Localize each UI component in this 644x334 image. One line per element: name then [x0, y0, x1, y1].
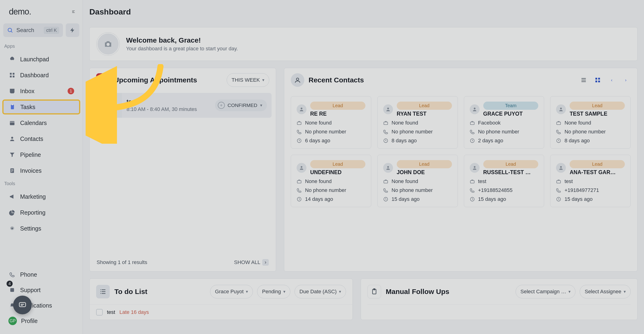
svg-rect-17 [598, 78, 600, 80]
contact-avatar [470, 104, 480, 114]
svg-point-35 [387, 166, 389, 168]
sidebar: demo. Search ctrl K Apps Launchpad Dashb… [0, 0, 83, 334]
briefcase-icon [556, 179, 561, 184]
sidebar-item-label: Tasks [20, 104, 35, 111]
megaphone-icon [8, 193, 16, 200]
sidebar-item-contacts[interactable]: Contacts [3, 131, 79, 146]
svg-point-38 [474, 166, 475, 168]
contact-tag: Team [483, 102, 538, 110]
contact-card[interactable]: Lead RYAN TEST None found No phone numbe… [377, 96, 458, 149]
profile-photo-placeholder[interactable] [96, 33, 120, 56]
contact-company: None found [383, 178, 452, 184]
todo-user-filter[interactable]: Grace Puyot▾ [210, 285, 253, 298]
todo-status-filter[interactable]: Pending▾ [257, 285, 290, 298]
results-count: Showing 1 of 1 results [96, 259, 147, 265]
svg-point-32 [300, 166, 302, 168]
appointments-footer: Showing 1 of 1 results SHOW ALL › [90, 253, 276, 271]
appointments-range-filter[interactable]: THIS WEEK ▾ [227, 73, 269, 87]
chevron-down-icon: ▾ [246, 289, 248, 294]
manual-campaign-filter[interactable]: Select Campaign …▾ [516, 285, 576, 298]
appointment-title: test [126, 98, 210, 105]
svg-rect-3 [10, 76, 12, 78]
view-grid-button[interactable] [593, 75, 602, 85]
sidebar-item-settings[interactable]: Settings [3, 221, 79, 236]
clock-icon [296, 197, 302, 202]
briefcase-icon [383, 179, 388, 184]
sidebar-item-support[interactable]: 4 Support [3, 282, 79, 297]
show-all-button[interactable]: SHOW ALL › [234, 259, 269, 266]
contact-card[interactable]: Lead RE RE None found No phone number 6 … [291, 96, 371, 149]
sidebar-item-inbox[interactable]: Inbox 1 [3, 84, 79, 99]
sidebar-item-tasks[interactable]: Tasks [2, 100, 80, 114]
contact-age: 6 days ago [296, 138, 366, 144]
section-label-apps: Apps [0, 41, 82, 51]
contact-name: UNDEFINED [310, 169, 366, 176]
welcome-text: Welcome back, Grace! Your dashboard is a… [126, 36, 238, 52]
show-all-label: SHOW ALL [234, 259, 260, 265]
contact-phone: No phone number [296, 187, 366, 193]
appointment-day: 17 [103, 103, 113, 113]
contact-tag: Lead [397, 160, 452, 168]
document-icon [8, 167, 16, 174]
svg-rect-2 [13, 73, 14, 75]
user-icon [472, 165, 477, 170]
manual-assignee-filter[interactable]: Select Assignee▾ [580, 285, 631, 298]
clock-icon [470, 197, 475, 202]
sidebar-item-pipeline[interactable]: Pipeline [3, 147, 79, 162]
sidebar-item-launchpad[interactable]: Launchpad [3, 52, 79, 67]
contact-tag: Lead [570, 160, 625, 168]
sidebar-item-dashboard[interactable]: Dashboard [3, 68, 79, 83]
contact-company: Facebook [470, 120, 538, 126]
chevron-down-icon: ▾ [262, 78, 264, 83]
contact-avatar [383, 104, 393, 114]
svg-point-15 [296, 78, 299, 80]
svg-rect-19 [598, 81, 600, 82]
search-input[interactable]: Search ctrl K [3, 24, 63, 37]
chat-icon [18, 301, 27, 309]
appointment-info: test 8:10 AM - 8:40 AM, 30 minutes [122, 96, 215, 115]
contact-card[interactable]: Lead RUSSELL-TEST … test +19188524855 15… [464, 155, 544, 207]
sidebar-item-calendars[interactable]: Calendars [3, 115, 79, 130]
main: Dashboard Welcome back, Grace! Your dash… [83, 0, 644, 334]
sidebar-collapse-button[interactable] [68, 7, 78, 17]
contact-age: 14 days ago [296, 196, 366, 202]
svg-rect-36 [384, 180, 388, 183]
sidebar-item-profile[interactable]: GP Profile [3, 313, 79, 328]
contact-card[interactable]: Team GRACE PUYOT Facebook No phone numbe… [464, 96, 544, 149]
todo-checkbox[interactable] [96, 309, 103, 315]
sidebar-item-marketing[interactable]: Marketing [3, 189, 79, 204]
camera-icon [104, 39, 113, 49]
todo-item[interactable]: test Late 16 days [90, 304, 352, 320]
view-list-button[interactable] [579, 75, 588, 85]
svg-rect-6 [12, 104, 13, 105]
support-badge: 4 [6, 281, 13, 287]
todo-item-late: Late 16 days [119, 309, 149, 315]
chat-launcher[interactable] [13, 296, 32, 314]
appointment-status-dropdown[interactable]: + CONFIRMED ▾ [215, 100, 267, 111]
clock-icon [383, 138, 388, 143]
page-prev-button[interactable]: ‹ [607, 75, 617, 85]
appointment-row[interactable]: WED 17 test 8:10 AM - 8:40 AM, 30 minute… [94, 93, 272, 118]
contact-card[interactable]: Lead JOHN DOE None found No phone number… [377, 155, 458, 207]
todo-sort-filter[interactable]: Due Date (ASC)▾ [294, 285, 346, 298]
chevron-down-icon: ▾ [624, 289, 626, 294]
contact-card[interactable]: Lead UNDEFINED None found No phone numbe… [291, 155, 371, 207]
welcome-title: Welcome back, Grace! [126, 36, 238, 44]
section-label-tools: Tools [0, 179, 82, 189]
funnel-icon [8, 151, 16, 158]
sidebar-bottom: Phone 4 Support Notifications GP Profile [0, 267, 82, 334]
svg-point-41 [560, 166, 562, 168]
contact-name: ANA-TEST GAR… [570, 169, 625, 176]
quick-actions-button[interactable] [66, 24, 79, 37]
contact-card[interactable]: Lead TEST SAMPLE None found No phone num… [550, 96, 631, 149]
filter-label: Select Campaign … [520, 289, 566, 295]
sidebar-item-invoices[interactable]: Invoices [3, 163, 79, 178]
manual-followups-card: Manual Follow Ups Select Campaign …▾ Sel… [361, 278, 638, 320]
sidebar-item-phone[interactable]: Phone [3, 267, 79, 282]
card-title: To do List [114, 288, 206, 296]
svg-rect-42 [557, 180, 561, 183]
briefcase-icon [296, 179, 302, 184]
contact-card[interactable]: Lead ANA-TEST GAR… test +19184977271 15 … [550, 155, 631, 207]
sidebar-item-reporting[interactable]: Reporting [3, 205, 79, 220]
page-next-button[interactable]: › [621, 75, 631, 85]
